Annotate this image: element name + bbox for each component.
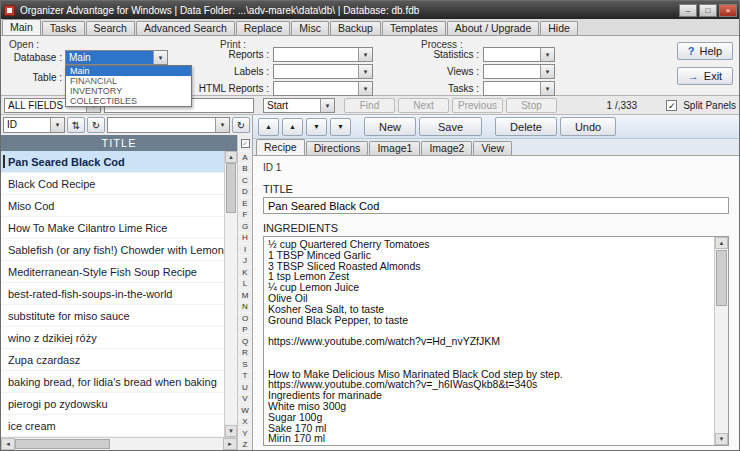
dropdown-arrow-icon[interactable]: ▾ — [358, 48, 372, 61]
stop-button[interactable]: Stop — [506, 98, 557, 113]
alphabet-letter[interactable]: D — [238, 186, 252, 198]
scrollbar-thumb[interactable] — [226, 163, 236, 213]
next-button[interactable]: Next — [398, 98, 449, 113]
alphabet-letter[interactable]: J — [238, 255, 252, 267]
match-mode-combobox[interactable]: Start ▾ — [263, 98, 335, 113]
list-horizontal-scrollbar[interactable]: ◄ ► — [1, 437, 237, 450]
lookup-combobox[interactable]: ▾ — [107, 117, 230, 133]
find-button[interactable]: Find — [344, 98, 395, 113]
html-reports-combobox[interactable]: ▾ — [273, 81, 373, 96]
alphabet-letter[interactable]: G — [238, 220, 252, 232]
help-button[interactable]: ? Help — [677, 42, 733, 60]
list-row[interactable]: Black Cod Recipe — [1, 173, 224, 195]
scrollbar-track[interactable] — [715, 249, 728, 433]
scrollbar-thumb[interactable] — [716, 250, 727, 306]
detail-tab[interactable]: Image1 — [369, 141, 420, 155]
main-tab[interactable]: Main — [2, 19, 41, 35]
alphabet-letter[interactable]: F — [238, 209, 252, 221]
list-row[interactable]: substitute for miso sauce — [1, 305, 224, 327]
list-row[interactable]: Sablefish (or any fish!) Chowder with Le… — [1, 239, 224, 261]
scroll-up-icon[interactable]: ▲ — [225, 151, 237, 163]
previous-record-button[interactable]: ▲ — [282, 118, 303, 136]
list-row[interactable]: Zupa czardasz — [1, 349, 224, 371]
tasks-combobox[interactable]: ▾ — [483, 81, 555, 96]
alphabet-letter[interactable]: Q — [238, 335, 252, 347]
alphabet-letter[interactable]: Z — [238, 439, 252, 451]
dropdown-option[interactable]: FINANCIAL — [66, 76, 191, 86]
list-row[interactable]: Pan Seared Black Cod — [1, 151, 224, 173]
dropdown-arrow-icon[interactable]: ▾ — [153, 51, 167, 64]
main-tab[interactable]: Replace — [236, 21, 291, 35]
alphabet-letter[interactable]: L — [238, 278, 252, 290]
dropdown-arrow-icon[interactable]: ▾ — [358, 82, 372, 95]
alphabet-letter[interactable]: Y — [238, 427, 252, 439]
title-column-header[interactable]: TITLE — [1, 135, 237, 151]
dropdown-arrow-icon[interactable]: ▾ — [50, 118, 64, 132]
title-input[interactable] — [263, 197, 729, 214]
delete-button[interactable]: Delete — [495, 117, 557, 136]
main-tab[interactable]: About / Upgrade — [447, 21, 539, 35]
exit-button[interactable]: → Exit — [677, 67, 733, 85]
dropdown-option[interactable]: Main — [66, 66, 191, 76]
list-vertical-scrollbar[interactable]: ▲ ▼ — [224, 151, 237, 437]
scrollbar-thumb[interactable] — [15, 439, 110, 449]
views-combobox[interactable]: ▾ — [483, 64, 555, 79]
statistics-combobox[interactable]: ▾ — [483, 47, 555, 62]
alphabet-letter[interactable]: C — [238, 174, 252, 186]
ingredients-textarea[interactable]: ½ cup Quartered Cherry Tomatoes 1 TBSP M… — [264, 237, 714, 445]
scroll-down-icon[interactable]: ▼ — [225, 425, 237, 437]
list-row[interactable]: best-rated-fish-soups-in-the-world — [1, 283, 224, 305]
labels-combobox[interactable]: ▾ — [273, 64, 373, 79]
list-row[interactable]: pierogi po zydowsku — [1, 393, 224, 415]
scroll-left-icon[interactable]: ◄ — [1, 438, 15, 450]
previous-button[interactable]: Previous — [452, 98, 503, 113]
list-row[interactable]: Miso Cod — [1, 195, 224, 217]
alphabet-letter[interactable]: T — [238, 370, 252, 382]
scroll-right-icon[interactable]: ► — [223, 438, 237, 450]
dropdown-arrow-icon[interactable]: ▾ — [215, 118, 229, 132]
dropdown-arrow-icon[interactable]: ▾ — [540, 82, 554, 95]
last-record-button[interactable]: ▼ — [330, 118, 351, 136]
main-tab[interactable]: Misc — [291, 21, 329, 35]
main-tab[interactable]: Backup — [330, 21, 381, 35]
main-tab[interactable]: Tasks — [42, 21, 85, 35]
alphabet-letter[interactable]: U — [238, 381, 252, 393]
select-all-checkbox[interactable]: ✓ — [241, 139, 250, 148]
list-row[interactable]: baking bread, for lidia's bread when bak… — [1, 371, 224, 393]
alphabet-letter[interactable]: K — [238, 266, 252, 278]
ingredients-scrollbar[interactable]: ▲ ▼ — [714, 237, 728, 445]
alphabet-letter[interactable]: A — [238, 151, 252, 163]
detail-tab[interactable]: Image2 — [421, 141, 472, 155]
scroll-down-icon[interactable]: ▼ — [715, 433, 728, 445]
scrollbar-track[interactable] — [225, 163, 237, 425]
scroll-up-icon[interactable]: ▲ — [715, 237, 728, 249]
alphabet-letter[interactable]: O — [238, 312, 252, 324]
alphabet-letter[interactable]: W — [238, 404, 252, 416]
first-record-button[interactable]: ▲ — [258, 118, 279, 136]
detail-tab[interactable]: Recipe — [256, 139, 305, 155]
list-row[interactable]: wino z dzikiej róży — [1, 327, 224, 349]
alphabet-letter[interactable]: N — [238, 301, 252, 313]
detail-tab[interactable]: Directions — [306, 141, 369, 155]
maximize-button[interactable]: □ — [699, 4, 717, 17]
alphabet-letter[interactable]: P — [238, 324, 252, 336]
dropdown-arrow-icon[interactable]: ▾ — [540, 48, 554, 61]
list-row[interactable]: How To Make Cilantro Lime Rice — [1, 217, 224, 239]
undo-button[interactable]: Undo — [560, 117, 616, 136]
close-button[interactable]: × — [719, 4, 737, 17]
scrollbar-track[interactable] — [15, 438, 223, 450]
minimize-button[interactable]: – — [679, 4, 697, 17]
dropdown-option[interactable]: INVENTORY — [66, 86, 191, 96]
refresh-button[interactable]: ↻ — [232, 117, 250, 133]
next-record-button[interactable]: ▼ — [306, 118, 327, 136]
list-row[interactable]: ice cream — [1, 415, 224, 437]
alphabet-letter[interactable]: V — [238, 393, 252, 405]
refresh-button[interactable]: ↻ — [87, 117, 105, 133]
alphabet-letter[interactable]: R — [238, 347, 252, 359]
split-panels-checkbox[interactable]: ✓ — [666, 100, 677, 111]
reports-combobox[interactable]: ▾ — [273, 47, 373, 62]
sort-direction-button[interactable]: ⇅ — [67, 117, 85, 133]
main-tab[interactable]: Hide — [540, 21, 578, 35]
main-tab[interactable]: Templates — [382, 21, 446, 35]
new-button[interactable]: New — [364, 117, 416, 136]
